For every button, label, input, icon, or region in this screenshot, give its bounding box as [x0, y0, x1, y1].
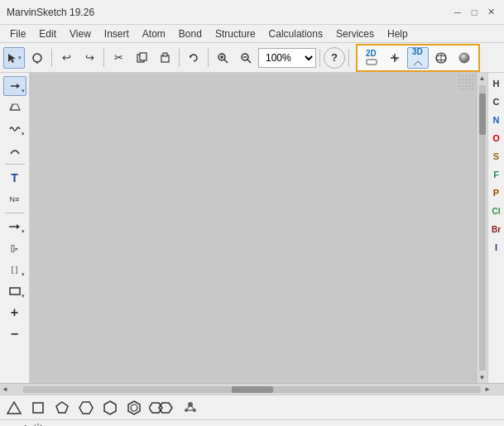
2d-align-button[interactable]	[384, 47, 406, 69]
element-N[interactable]: N	[488, 111, 505, 129]
svg-marker-36	[79, 402, 93, 414]
naphthalene-button[interactable]	[147, 398, 177, 418]
left-toolbar: ▾ ▾ T N≡	[0, 73, 30, 383]
3d-wireframe-button[interactable]	[430, 47, 452, 69]
square-button[interactable]	[27, 398, 49, 418]
svg-line-9	[224, 60, 228, 63]
lasso-tool-button[interactable]	[26, 47, 48, 69]
element-F[interactable]: F	[488, 165, 505, 184]
svg-line-20	[418, 61, 422, 65]
element-S[interactable]: S	[488, 147, 505, 165]
zoom-in-button[interactable]	[212, 47, 233, 69]
menu-help[interactable]: Help	[381, 26, 415, 41]
svg-marker-33	[7, 402, 21, 414]
element-P[interactable]: P	[488, 184, 505, 202]
menu-calculations[interactable]: Calculations	[262, 26, 329, 41]
menu-insert[interactable]: Insert	[98, 26, 136, 41]
close-button[interactable]: ✕	[484, 6, 497, 19]
menu-file[interactable]: File	[3, 26, 32, 41]
benzene-button[interactable]	[123, 398, 145, 418]
toolbar-separator-6	[348, 49, 349, 67]
horizontal-scrollbar[interactable]: ◄ ►	[0, 383, 504, 395]
dimension-toolbar: 2D 3D	[356, 44, 480, 72]
triangle-button[interactable]	[3, 398, 25, 418]
left-separator	[5, 164, 25, 165]
help-button[interactable]: ?	[324, 47, 345, 69]
copy-button[interactable]	[131, 47, 152, 69]
maximize-button[interactable]: □	[468, 6, 481, 19]
zoom-out-button[interactable]	[235, 47, 257, 69]
minimize-button[interactable]: ─	[451, 6, 464, 19]
text-tool-button[interactable]: T	[3, 168, 26, 188]
status-bar: 2D ✱	[0, 419, 504, 426]
element-panel: H C N O S F P Cl Br I	[487, 73, 504, 383]
menu-edit[interactable]: Edit	[32, 26, 63, 41]
menu-bond[interactable]: Bond	[172, 26, 209, 41]
dot-pattern	[458, 74, 474, 91]
canvas-area[interactable]	[30, 73, 476, 383]
redo-button[interactable]: ↪	[79, 47, 100, 69]
wave-tool-button[interactable]: ▾	[3, 119, 26, 139]
svg-point-1	[33, 54, 41, 62]
menu-structure[interactable]: Structure	[209, 26, 262, 41]
svg-rect-34	[33, 403, 43, 413]
bottom-toolbar	[0, 395, 504, 419]
title-text: MarvinSketch 19.26	[7, 7, 94, 18]
3d-clean-button[interactable]: 3D	[407, 47, 429, 69]
rotate-button[interactable]	[183, 47, 204, 69]
svg-marker-38	[128, 401, 140, 414]
svg-point-24	[459, 53, 469, 63]
svg-marker-37	[104, 401, 116, 414]
bracket-n-button[interactable]: []ₙ	[3, 238, 26, 258]
v-scroll-thumb[interactable]	[479, 93, 486, 135]
h-scroll-thumb[interactable]	[232, 386, 273, 393]
custom-ring-button[interactable]	[180, 398, 201, 418]
arc-tool-button[interactable]	[3, 141, 26, 160]
menu-atom[interactable]: Atom	[136, 26, 172, 41]
zoom-select[interactable]: 100% 50% 75% 150% 200%	[258, 48, 316, 68]
numbering-tool-button[interactable]: N≡	[3, 189, 26, 209]
element-H[interactable]: H	[488, 74, 505, 93]
element-Cl[interactable]: Cl	[488, 202, 505, 220]
eraser-tool-button[interactable]	[3, 98, 26, 117]
toolbar-separator-2	[103, 49, 104, 67]
3d-solid-button[interactable]	[454, 47, 475, 69]
cut-button[interactable]: ✂	[108, 47, 129, 69]
reaction-arrow-button[interactable]: ▾	[3, 217, 26, 237]
paste-button[interactable]	[154, 47, 175, 69]
vertical-scrollbar[interactable]: ▲ ▼	[476, 73, 487, 383]
2d-clean-button[interactable]: 2D	[361, 47, 382, 69]
svg-marker-41	[159, 403, 172, 413]
element-O[interactable]: O	[488, 129, 505, 147]
menu-view[interactable]: View	[63, 26, 98, 41]
svg-marker-31	[17, 224, 20, 229]
add-button[interactable]: +	[3, 303, 26, 323]
arrow-tool-button[interactable]: ▾	[3, 76, 26, 96]
title-controls: ─ □ ✕	[451, 6, 497, 19]
pentagon-button[interactable]	[51, 398, 73, 418]
svg-marker-40	[149, 403, 162, 413]
element-C[interactable]: C	[488, 93, 505, 111]
svg-point-39	[131, 404, 137, 411]
element-Br[interactable]: Br	[488, 220, 505, 238]
select-tool-button[interactable]: ▾	[3, 47, 25, 69]
toolbar-separator-5	[319, 49, 320, 67]
svg-marker-35	[56, 402, 68, 413]
sgroup-button[interactable]: [ ] ▾	[3, 260, 26, 280]
svg-line-13	[247, 60, 251, 63]
svg-rect-32	[10, 288, 20, 294]
menu-services[interactable]: Services	[329, 26, 381, 41]
hexagon-point-button[interactable]	[99, 398, 121, 418]
left-separator-2	[5, 213, 25, 213]
toolbar: ▾ ↩ ↪ ✂	[0, 43, 504, 73]
main-area: ▾ ▾ T N≡	[0, 73, 504, 383]
title-bar: MarvinSketch 19.26 ─ □ ✕	[0, 0, 504, 25]
hexagon-flat-button[interactable]	[75, 398, 97, 418]
element-I[interactable]: I	[488, 238, 505, 256]
toolbar-separator-4	[208, 49, 209, 67]
remove-button[interactable]: −	[3, 324, 26, 344]
undo-button[interactable]: ↩	[55, 47, 77, 69]
toolbar-separator-3	[179, 49, 180, 67]
svg-rect-4	[140, 53, 146, 60]
rectangle-button[interactable]: ▾	[3, 281, 26, 301]
